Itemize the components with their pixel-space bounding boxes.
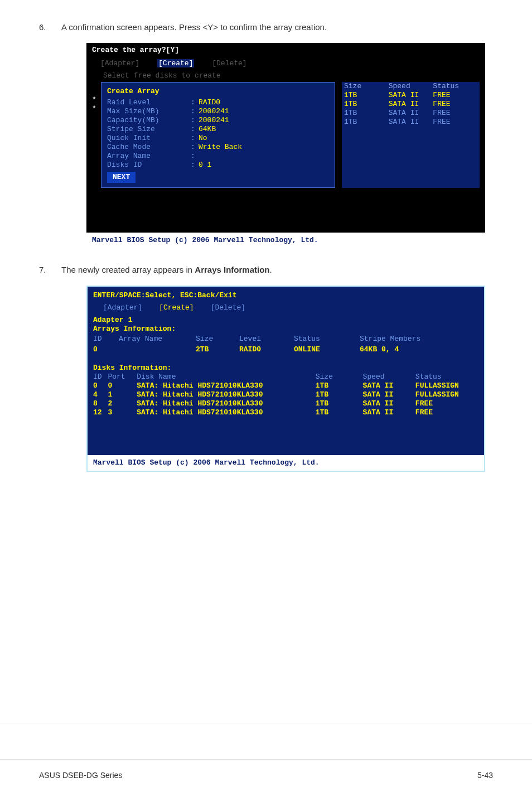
- tab-adapter[interactable]: [Adapter]: [100, 59, 139, 67]
- disk-row[interactable]: 1TBSATA IIFREE: [342, 91, 480, 100]
- field-value: No: [199, 134, 207, 143]
- field-label: Array Name: [107, 152, 191, 161]
- cell-speed: SATA II: [389, 91, 433, 100]
- cell-size: 1TB: [344, 100, 389, 109]
- cell-id: 0: [93, 381, 108, 390]
- col-size: Size: [316, 373, 363, 381]
- col-status: Status: [415, 373, 478, 381]
- field-value: 64KB: [199, 125, 216, 134]
- field-row[interactable]: Disks ID:0 1: [107, 161, 329, 170]
- disk-row[interactable]: 41SATA: Hitachi HDS721010KLA3301TBSATA I…: [93, 390, 478, 399]
- disk-row[interactable]: 123SATA: Hitachi HDS721010KLA3301TBSATA …: [93, 408, 478, 417]
- disk-row[interactable]: 1TBSATA IIFREE: [342, 109, 480, 118]
- tab-create[interactable]: [Create]: [159, 303, 194, 312]
- array-row[interactable]: 0 2TB RAID0 ONLINE 64KB 0, 4: [93, 344, 478, 356]
- cell-status: FULLASSIGN: [415, 381, 478, 390]
- create-array-title: Create Array: [107, 87, 329, 98]
- field-label: Stripe Size: [107, 125, 191, 134]
- field-value: 2000241: [199, 116, 229, 125]
- disks-info-title: Disks Information:: [93, 364, 478, 373]
- cell-diskname: SATA: Hitachi HDS721010KLA330: [137, 381, 316, 390]
- cell-size: 1TB: [316, 408, 363, 417]
- arrays-columns: ID Array Name Size Level Status Stripe M…: [93, 334, 478, 344]
- field-value: Write Back: [199, 143, 242, 152]
- cell-status: FREE: [433, 118, 477, 127]
- cell-diskname: SATA: Hitachi HDS721010KLA330: [137, 399, 316, 408]
- field-label: Cache Mode: [107, 143, 191, 152]
- step-7-number: 7.: [39, 265, 61, 274]
- tab-adapter[interactable]: [Adapter]: [103, 303, 142, 312]
- cell-size: 1TB: [344, 109, 389, 118]
- cell-speed: SATA II: [389, 109, 433, 118]
- create-array-panel: Create Array Raid Level:RAID0Max Size(MB…: [101, 82, 335, 188]
- cell-speed: SATA II: [363, 381, 415, 390]
- field-row[interactable]: Stripe Size:64KB: [107, 125, 329, 134]
- disks-columns: ID Port Disk Name Size Speed Status: [93, 373, 478, 381]
- disk-list-header: Size Speed Status: [342, 82, 480, 91]
- field-value: 0 1: [199, 161, 211, 170]
- disk-row[interactable]: 00SATA: Hitachi HDS721010KLA3301TBSATA I…: [93, 381, 478, 390]
- cell-size: 1TB: [316, 399, 363, 408]
- cell-status: FREE: [433, 91, 477, 100]
- cell-stripe: 64KB 0, 4: [360, 345, 438, 354]
- col-stripe-members: Stripe Members: [360, 335, 438, 344]
- field-label: Capacity(MB): [107, 116, 191, 125]
- col-id: ID: [93, 335, 109, 344]
- tab-delete[interactable]: [Delete]: [212, 59, 246, 67]
- field-row[interactable]: Array Name:: [107, 152, 329, 161]
- field-sep: :: [191, 116, 199, 125]
- col-status: Status: [433, 82, 477, 91]
- cell-status: FREE: [433, 100, 477, 109]
- field-row[interactable]: Capacity(MB):2000241: [107, 116, 329, 125]
- adapter-title: Adapter 1: [93, 316, 478, 325]
- arrays-info-title: Arrays Information:: [93, 325, 478, 334]
- cell-status: FREE: [415, 399, 478, 408]
- cell-diskname: SATA: Hitachi HDS721010KLA330: [137, 390, 316, 399]
- field-row[interactable]: Cache Mode:Write Back: [107, 143, 329, 152]
- step-6-text: A confirmation screen appears. Press <Y>…: [61, 22, 493, 32]
- field-label: Disks ID: [107, 161, 191, 170]
- select-free-disks-label: Select free disks to create: [86, 70, 485, 82]
- next-button[interactable]: NEXT: [107, 172, 136, 183]
- star-marker: *: [92, 104, 100, 113]
- step-6-number: 6.: [39, 22, 61, 32]
- col-speed: Speed: [363, 373, 415, 381]
- field-row[interactable]: Raid Level:RAID0: [107, 98, 329, 107]
- field-sep: :: [191, 125, 199, 134]
- col-status: Status: [294, 335, 350, 344]
- cell-speed: SATA II: [389, 100, 433, 109]
- help-line: ENTER/SPACE:Select, ESC:Back/Exit: [93, 291, 478, 303]
- field-sep: :: [191, 98, 199, 107]
- field-sep: :: [191, 107, 199, 116]
- col-size: Size: [344, 82, 389, 91]
- step-6: 6. A confirmation screen appears. Press …: [39, 22, 493, 32]
- field-label: Max Size(MB): [107, 107, 191, 116]
- field-sep: :: [191, 143, 199, 152]
- cell-size: 1TB: [344, 91, 389, 100]
- cell-size: 1TB: [344, 118, 389, 127]
- cell-id: 0: [93, 345, 109, 354]
- cell-size: 1TB: [316, 381, 363, 390]
- tab-row: [Adapter] [Create] [Delete]: [86, 57, 485, 70]
- col-id: ID: [93, 373, 108, 381]
- col-port: Port: [108, 373, 137, 381]
- cell-status: ONLINE: [294, 345, 350, 354]
- tab-delete[interactable]: [Delete]: [211, 303, 245, 312]
- bios-screen-arrays-info: ENTER/SPACE:Select, ESC:Back/Exit [Adapt…: [86, 286, 485, 472]
- bios-screen-create-array: Create the array?[Y] [Adapter] [Create] …: [86, 43, 485, 248]
- cell-status: FREE: [433, 109, 477, 118]
- field-row[interactable]: Quick Init:No: [107, 134, 329, 143]
- field-row[interactable]: Max Size(MB):2000241: [107, 107, 329, 116]
- cell-id: 12: [93, 408, 108, 417]
- field-value: RAID0: [199, 98, 220, 107]
- tab-create[interactable]: [Create]: [157, 59, 194, 67]
- field-sep: :: [191, 134, 199, 143]
- step-7: 7. The newly created array appears in Ar…: [39, 265, 493, 274]
- bios-footer: Marvell BIOS Setup (c) 2006 Marvell Tech…: [86, 233, 485, 248]
- disk-row[interactable]: 82SATA: Hitachi HDS721010KLA3301TBSATA I…: [93, 399, 478, 408]
- tab-row: [Adapter] [Create] [Delete]: [93, 303, 478, 312]
- cell-port: 2: [108, 399, 137, 408]
- disk-row[interactable]: 1TBSATA IIFREE: [342, 100, 480, 109]
- disk-row[interactable]: 1TBSATA IIFREE: [342, 118, 480, 127]
- cell-arrayname: [119, 345, 186, 354]
